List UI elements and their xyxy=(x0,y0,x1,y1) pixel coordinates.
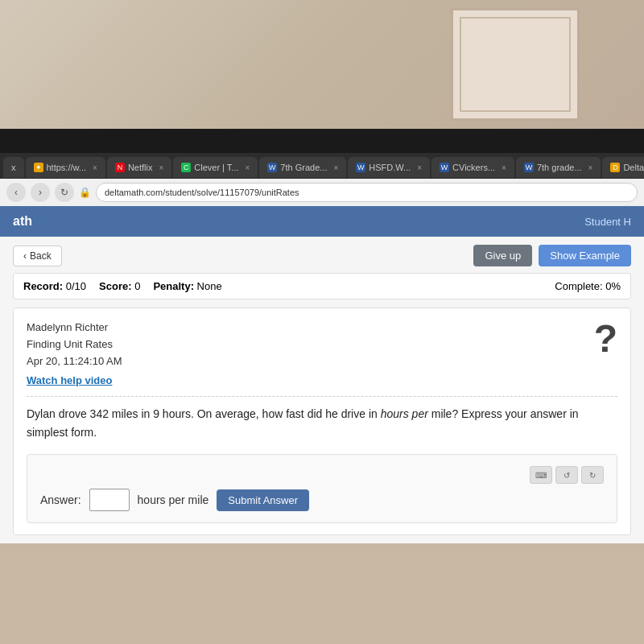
tab-netflix[interactable]: N Netflix × xyxy=(107,157,171,178)
date: Apr 20, 11:24:10 AM xyxy=(27,353,122,370)
complete-text: Complete: 0% xyxy=(555,280,621,292)
answer-area: ⌨ ↺ ↻ Answer: hours per mile Submit Answ… xyxy=(27,454,617,523)
tab-https[interactable]: ✦ https://w... × xyxy=(26,157,105,178)
problem-card: Madelynn Richter Finding Unit Rates Apr … xyxy=(13,308,631,535)
problem-text: Dylan drove 342 miles in 9 hours. On ave… xyxy=(27,405,617,441)
score-label: Score: xyxy=(99,280,131,292)
penalty-label: Penalty: xyxy=(153,280,194,292)
record-info: Record: 0/10 Score: 0 Penalty: None xyxy=(23,280,222,292)
address-bar-row: ‹ › ↻ 🔒 xyxy=(0,179,644,206)
complete-label: Complete: xyxy=(555,280,602,292)
tab-7thgrade[interactable]: W 7th Grade... × xyxy=(259,157,346,178)
give-up-button[interactable]: Give up xyxy=(473,245,532,266)
undo-icon[interactable]: ↺ xyxy=(555,466,578,484)
back-label: Back xyxy=(30,250,52,262)
record-value: 0/10 xyxy=(66,280,86,292)
student-label: Student H xyxy=(584,216,631,228)
score-value: 0 xyxy=(134,280,140,292)
record-bar: Record: 0/10 Score: 0 Penalty: None Comp… xyxy=(13,273,631,299)
answer-row: Answer: hours per mile Submit Answer xyxy=(40,489,604,511)
divider xyxy=(27,396,617,397)
action-buttons: Give up Show Example xyxy=(473,245,631,266)
app-header: ath Student H xyxy=(0,206,644,237)
score-text: Score: 0 xyxy=(99,280,140,292)
redo-icon[interactable]: ↻ xyxy=(581,466,604,484)
record-label: Record: xyxy=(23,280,63,292)
app-title: ath xyxy=(13,214,32,229)
show-example-button[interactable]: Show Example xyxy=(539,245,631,266)
penalty-value: None xyxy=(197,280,222,292)
watch-help-link[interactable]: Watch help video xyxy=(27,374,617,386)
action-bar: ‹ Back Give up Show Example xyxy=(13,245,631,266)
tabs-bar: x ✦ https://w... × N Netflix × C Clever … xyxy=(0,153,644,179)
address-input[interactable] xyxy=(96,183,638,202)
tab-deltamath[interactable]: D DeltaMat... × xyxy=(602,157,644,178)
back-nav-button[interactable]: ‹ xyxy=(6,183,26,202)
answer-unit: hours per mile xyxy=(138,493,209,506)
tools-row: ⌨ ↺ ↻ xyxy=(40,466,604,484)
tab-clever[interactable]: C Clever | T... × xyxy=(173,157,258,178)
chevron-left-icon: ‹ xyxy=(23,250,27,262)
tab-cvickers[interactable]: W CVickers... × xyxy=(431,157,514,178)
door xyxy=(451,8,580,121)
answer-label: Answer: xyxy=(40,493,81,506)
refresh-button[interactable]: ↻ xyxy=(55,183,74,202)
question-mark-icon: ? xyxy=(594,320,617,358)
problem-header: Madelynn Richter Finding Unit Rates Apr … xyxy=(27,320,617,369)
question-italic: hours per xyxy=(381,407,428,420)
question-part1: Dylan drove 342 miles in 9 hours. On ave… xyxy=(27,407,378,420)
record-text: Record: 0/10 xyxy=(23,280,86,292)
room-background xyxy=(0,0,644,129)
answer-input[interactable] xyxy=(89,489,130,511)
penalty-text: Penalty: None xyxy=(153,280,221,292)
student-info: Madelynn Richter Finding Unit Rates Apr … xyxy=(27,320,122,369)
back-button[interactable]: ‹ Back xyxy=(13,246,62,266)
monitor-bezel xyxy=(0,129,644,153)
browser-chrome: x ✦ https://w... × N Netflix × C Clever … xyxy=(0,153,644,206)
student-name: Madelynn Richter xyxy=(27,320,122,336)
content-area: ‹ Back Give up Show Example Record: 0/10… xyxy=(0,237,644,543)
keyboard-icon[interactable]: ⌨ xyxy=(530,466,552,484)
forward-nav-button[interactable]: › xyxy=(31,183,50,202)
submit-button[interactable]: Submit Answer xyxy=(217,489,309,511)
tab-hsfd[interactable]: W HSFD.W... × xyxy=(348,157,430,178)
complete-value: 0% xyxy=(605,280,621,292)
topic: Finding Unit Rates xyxy=(27,336,122,353)
tab-7thgrade2[interactable]: W 7th grade... × xyxy=(516,157,601,178)
tab-x[interactable]: x xyxy=(3,157,24,178)
